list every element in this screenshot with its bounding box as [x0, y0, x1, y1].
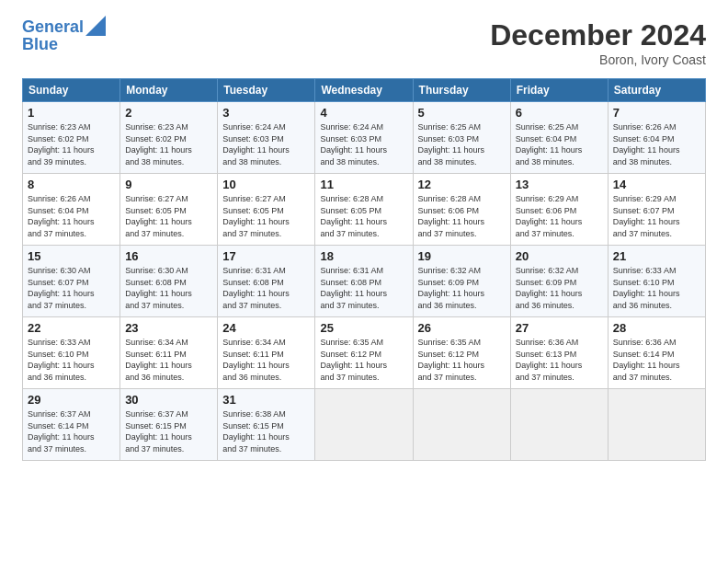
- day-info: Sunrise: 6:36 AMSunset: 6:13 PMDaylight:…: [516, 337, 603, 383]
- day-info: Sunrise: 6:31 AMSunset: 6:08 PMDaylight:…: [222, 265, 310, 311]
- table-row: 20Sunrise: 6:32 AMSunset: 6:09 PMDayligh…: [510, 246, 608, 317]
- table-row: 9Sunrise: 6:27 AMSunset: 6:05 PMDaylight…: [120, 174, 218, 246]
- day-number: 11: [320, 178, 407, 191]
- day-info: Sunrise: 6:38 AMSunset: 6:15 PMDaylight:…: [222, 408, 310, 454]
- day-number: 19: [418, 249, 506, 263]
- day-number: 31: [222, 393, 310, 407]
- day-info: Sunrise: 6:28 AMSunset: 6:05 PMDaylight:…: [320, 193, 407, 239]
- day-info: Sunrise: 6:30 AMSunset: 6:08 PMDaylight:…: [125, 265, 212, 311]
- day-info: Sunrise: 6:36 AMSunset: 6:14 PMDaylight:…: [613, 337, 700, 383]
- logo: General Blue: [22, 18, 106, 54]
- day-number: 14: [613, 178, 700, 191]
- col-wednesday: Wednesday: [315, 79, 413, 102]
- day-info: Sunrise: 6:33 AMSunset: 6:10 PMDaylight:…: [613, 265, 700, 311]
- table-row: 24Sunrise: 6:34 AMSunset: 6:11 PMDayligh…: [218, 317, 315, 389]
- day-number: 13: [516, 178, 603, 191]
- day-number: 8: [28, 178, 115, 191]
- table-row: 18Sunrise: 6:31 AMSunset: 6:08 PMDayligh…: [315, 246, 413, 317]
- day-number: 12: [418, 178, 506, 191]
- table-row: 21Sunrise: 6:33 AMSunset: 6:10 PMDayligh…: [608, 246, 705, 317]
- day-number: 5: [418, 106, 506, 120]
- calendar: Sunday Monday Tuesday Wednesday Thursday…: [22, 78, 706, 461]
- day-info: Sunrise: 6:31 AMSunset: 6:08 PMDaylight:…: [320, 265, 407, 311]
- day-info: Sunrise: 6:32 AMSunset: 6:09 PMDaylight:…: [418, 265, 506, 311]
- calendar-week-row: 29Sunrise: 6:37 AMSunset: 6:14 PMDayligh…: [23, 389, 706, 461]
- day-number: 23: [125, 321, 212, 335]
- table-row: 13Sunrise: 6:29 AMSunset: 6:06 PMDayligh…: [510, 174, 608, 246]
- day-info: Sunrise: 6:24 AMSunset: 6:03 PMDaylight:…: [222, 121, 310, 167]
- day-info: Sunrise: 6:29 AMSunset: 6:06 PMDaylight:…: [516, 193, 603, 239]
- day-number: 27: [516, 321, 603, 335]
- table-row: 12Sunrise: 6:28 AMSunset: 6:06 PMDayligh…: [413, 174, 510, 246]
- logo-line2: Blue: [22, 35, 58, 54]
- day-info: Sunrise: 6:34 AMSunset: 6:11 PMDaylight:…: [125, 337, 212, 383]
- day-info: Sunrise: 6:28 AMSunset: 6:06 PMDaylight:…: [418, 193, 506, 239]
- calendar-week-row: 8Sunrise: 6:26 AMSunset: 6:04 PMDaylight…: [23, 174, 706, 246]
- day-number: 7: [613, 106, 700, 120]
- table-row: 3Sunrise: 6:24 AMSunset: 6:03 PMDaylight…: [218, 102, 315, 174]
- table-row: [413, 389, 510, 461]
- table-row: 27Sunrise: 6:36 AMSunset: 6:13 PMDayligh…: [510, 317, 608, 389]
- header: General Blue December 2024 Boron, Ivory …: [22, 18, 706, 67]
- col-friday: Friday: [510, 79, 608, 102]
- day-info: Sunrise: 6:24 AMSunset: 6:03 PMDaylight:…: [320, 121, 407, 167]
- day-info: Sunrise: 6:37 AMSunset: 6:14 PMDaylight:…: [28, 408, 115, 454]
- table-row: 6Sunrise: 6:25 AMSunset: 6:04 PMDaylight…: [510, 102, 608, 174]
- calendar-week-row: 22Sunrise: 6:33 AMSunset: 6:10 PMDayligh…: [23, 317, 706, 389]
- location-subtitle: Boron, Ivory Coast: [490, 52, 706, 67]
- table-row: 4Sunrise: 6:24 AMSunset: 6:03 PMDaylight…: [315, 102, 413, 174]
- table-row: 11Sunrise: 6:28 AMSunset: 6:05 PMDayligh…: [315, 174, 413, 246]
- calendar-week-row: 15Sunrise: 6:30 AMSunset: 6:07 PMDayligh…: [23, 246, 706, 317]
- day-number: 10: [222, 178, 310, 191]
- table-row: 22Sunrise: 6:33 AMSunset: 6:10 PMDayligh…: [23, 317, 120, 389]
- calendar-header-row: Sunday Monday Tuesday Wednesday Thursday…: [23, 79, 706, 102]
- day-number: 17: [222, 249, 310, 263]
- page: General Blue December 2024 Boron, Ivory …: [0, 0, 728, 563]
- table-row: 10Sunrise: 6:27 AMSunset: 6:05 PMDayligh…: [218, 174, 315, 246]
- day-number: 24: [222, 321, 310, 335]
- day-number: 1: [28, 106, 115, 120]
- table-row: 31Sunrise: 6:38 AMSunset: 6:15 PMDayligh…: [218, 389, 315, 461]
- table-row: [315, 389, 413, 461]
- day-number: 30: [125, 393, 212, 407]
- day-number: 15: [28, 249, 115, 263]
- table-row: 5Sunrise: 6:25 AMSunset: 6:03 PMDaylight…: [413, 102, 510, 174]
- table-row: 14Sunrise: 6:29 AMSunset: 6:07 PMDayligh…: [608, 174, 705, 246]
- day-number: 4: [320, 106, 407, 120]
- day-info: Sunrise: 6:32 AMSunset: 6:09 PMDaylight:…: [516, 265, 603, 311]
- title-block: December 2024 Boron, Ivory Coast: [490, 18, 706, 67]
- day-info: Sunrise: 6:27 AMSunset: 6:05 PMDaylight:…: [125, 193, 212, 239]
- table-row: 2Sunrise: 6:23 AMSunset: 6:02 PMDaylight…: [120, 102, 218, 174]
- table-row: 1Sunrise: 6:23 AMSunset: 6:02 PMDaylight…: [23, 102, 120, 174]
- table-row: 29Sunrise: 6:37 AMSunset: 6:14 PMDayligh…: [23, 389, 120, 461]
- calendar-week-row: 1Sunrise: 6:23 AMSunset: 6:02 PMDaylight…: [23, 102, 706, 174]
- day-info: Sunrise: 6:34 AMSunset: 6:11 PMDaylight:…: [222, 337, 310, 383]
- day-info: Sunrise: 6:26 AMSunset: 6:04 PMDaylight:…: [28, 193, 115, 239]
- table-row: [608, 389, 705, 461]
- table-row: 17Sunrise: 6:31 AMSunset: 6:08 PMDayligh…: [218, 246, 315, 317]
- day-number: 16: [125, 249, 212, 263]
- day-info: Sunrise: 6:33 AMSunset: 6:10 PMDaylight:…: [28, 337, 115, 383]
- day-number: 29: [28, 393, 115, 407]
- day-number: 28: [613, 321, 700, 335]
- day-number: 2: [125, 106, 212, 120]
- col-tuesday: Tuesday: [218, 79, 315, 102]
- table-row: 19Sunrise: 6:32 AMSunset: 6:09 PMDayligh…: [413, 246, 510, 317]
- svg-marker-0: [85, 16, 106, 36]
- logo-icon: [85, 16, 106, 36]
- day-info: Sunrise: 6:23 AMSunset: 6:02 PMDaylight:…: [125, 121, 212, 167]
- day-info: Sunrise: 6:25 AMSunset: 6:04 PMDaylight:…: [516, 121, 603, 167]
- day-number: 26: [418, 321, 506, 335]
- table-row: 8Sunrise: 6:26 AMSunset: 6:04 PMDaylight…: [23, 174, 120, 246]
- table-row: 7Sunrise: 6:26 AMSunset: 6:04 PMDaylight…: [608, 102, 705, 174]
- col-sunday: Sunday: [23, 79, 120, 102]
- month-title: December 2024: [490, 18, 706, 52]
- day-info: Sunrise: 6:37 AMSunset: 6:15 PMDaylight:…: [125, 408, 212, 454]
- table-row: 28Sunrise: 6:36 AMSunset: 6:14 PMDayligh…: [608, 317, 705, 389]
- day-number: 3: [222, 106, 310, 120]
- day-number: 6: [516, 106, 603, 120]
- day-number: 21: [613, 249, 700, 263]
- col-monday: Monday: [120, 79, 218, 102]
- table-row: 26Sunrise: 6:35 AMSunset: 6:12 PMDayligh…: [413, 317, 510, 389]
- day-info: Sunrise: 6:25 AMSunset: 6:03 PMDaylight:…: [418, 121, 506, 167]
